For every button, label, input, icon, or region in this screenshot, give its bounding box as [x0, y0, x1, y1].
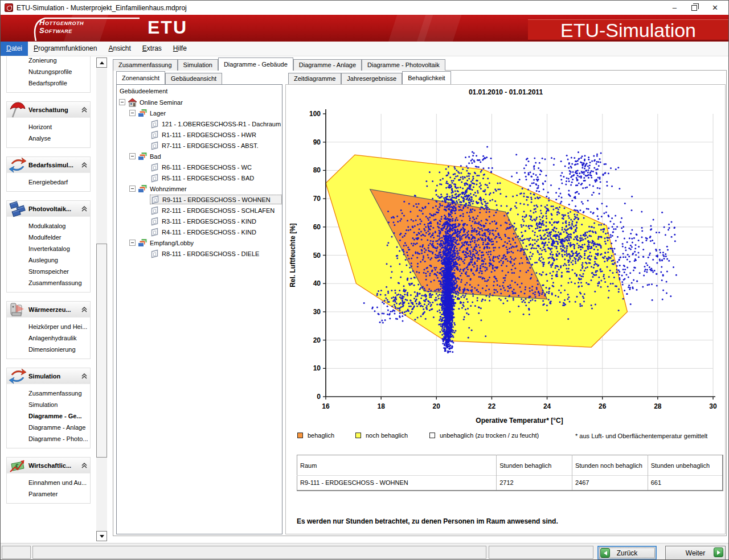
sidebar-item-stromspeicher[interactable]: Stromspeicher — [7, 266, 90, 277]
sidebar-group-header[interactable]: Simulation — [7, 368, 90, 384]
tree-row[interactable]: 121 - 1.OBERGESCHOSS-R1 - Dachraum — [117, 118, 282, 129]
chevron-double-up-icon[interactable] — [81, 462, 88, 470]
menu-item-programmfunktionen[interactable]: Programmfunktionen — [28, 42, 103, 56]
tree-row[interactable]: R2-111 - ERDGESCHOSS - SCHLAFEN — [117, 205, 282, 216]
tree-row[interactable]: R7-111 - ERDGESCHOSS - ABST. — [117, 140, 282, 151]
tree-row[interactable]: R9-111 - ERDGESCHOSS - WOHNEN — [117, 194, 282, 205]
sidebar-item-energiebedarf[interactable]: Energiebedarf — [7, 176, 90, 188]
tree-item-label: R2-111 - ERDGESCHOSS - SCHLAFEN — [162, 207, 275, 214]
close-icon[interactable]: ✕ — [712, 4, 718, 11]
x-tick-label: 28 — [654, 402, 662, 410]
sidebar-item-zusammenfassung[interactable]: Zusammenfassung — [7, 388, 90, 399]
logo-line1: Hottgenroth — [39, 19, 84, 27]
scrollbar-thumb[interactable] — [96, 244, 107, 458]
sidebar-item-heizkörper-und-hei-[interactable]: Heizkörper und Hei... — [7, 321, 90, 332]
tree-row[interactable]: R8-111 - ERDGESCHOSS - DIELE — [117, 248, 282, 259]
tree-collapse-icon[interactable] — [129, 110, 136, 116]
tab-diagramme-gebäude[interactable]: Diagramme - Gebäude — [218, 57, 293, 71]
sidebar-item-nutzungsprofile[interactable]: Nutzungsprofile — [7, 66, 90, 77]
sidebar-group-header[interactable]: Verschattung — [7, 102, 90, 118]
sidebar-group-header[interactable]: €Wirtschaftlic... — [7, 458, 90, 473]
tab-zusammenfassung[interactable]: Zusammenfassung — [113, 59, 178, 71]
sidebar-item-zusammenfassung[interactable]: Zusammenfassung — [7, 277, 90, 289]
tab-zonenansicht[interactable]: Zonenansicht — [116, 71, 165, 84]
table-row: R9-111 - ERDGESCHOSS - WOHNEN 2712 2467 … — [297, 476, 723, 491]
cell-raum: R9-111 - ERDGESCHOSS - WOHNEN — [297, 476, 497, 491]
menu-item-hilfe[interactable]: Hilfe — [167, 42, 193, 56]
sidebar-item-zonierung[interactable]: Zonierung — [7, 56, 90, 66]
sidebar-item-horizont[interactable]: Horizont — [7, 121, 90, 133]
sidebar-item-einnahmen-und-au-[interactable]: Einnahmen und Au... — [7, 477, 90, 488]
menu-item-extras[interactable]: Extras — [137, 42, 167, 56]
tree-collapse-icon[interactable] — [129, 240, 136, 246]
sidebar-group-simulation: SimulationZusammenfassungSimulationDiagr… — [6, 368, 91, 448]
sidebar-scrollbar[interactable] — [96, 57, 107, 541]
sidebar-item-diagramme-anlage[interactable]: Diagramme - Anlage — [7, 422, 90, 433]
menu-item-ansicht[interactable]: Ansicht — [103, 42, 136, 56]
sidebar-item-simulation[interactable]: Simulation — [7, 399, 90, 410]
logo-text: Hottgenroth Software — [39, 19, 84, 34]
chevron-double-up-icon[interactable] — [81, 106, 88, 114]
sidebar-item-parameter[interactable]: Parameter — [7, 488, 90, 500]
main-tab-strip: ZusammenfassungSimulationDiagramme - Geb… — [113, 59, 445, 71]
tree-row[interactable]: Lager — [117, 108, 282, 118]
tree-row[interactable]: Empfang/Lobby — [117, 237, 282, 248]
sidebar-group-header[interactable]: Bedarfssimul... — [7, 157, 90, 173]
y-tick-label: 90 — [313, 138, 321, 146]
sidebar-item-diagramme-ge-[interactable]: Diagramme - Ge... — [7, 410, 90, 422]
tree-row[interactable]: R1-111 - ERDGESCHOSS - HWR — [117, 129, 282, 140]
sidebar-item-modulkatalog[interactable]: Modulkatalog — [7, 220, 90, 232]
tree-row[interactable]: Bad — [117, 151, 282, 162]
legend-checkbox-noch-behaglich[interactable] — [355, 433, 361, 438]
tree-item-label: R7-111 - ERDGESCHOSS - ABST. — [162, 142, 259, 149]
tree-row[interactable]: R3-111 - ERDGESCHOSS - KIND — [117, 216, 282, 227]
tab-diagramme-photovoltaik[interactable]: Diagramme - Photovoltaik — [362, 59, 445, 71]
scroll-up-icon[interactable] — [96, 57, 107, 68]
tree-row[interactable]: R6-111 - ERDGESCHOSS - WC — [117, 162, 282, 172]
y-tick-label: 70 — [313, 195, 321, 203]
next-button[interactable]: Weiter — [665, 546, 726, 560]
tab-behaglichkeit[interactable]: Behaglichkeit — [402, 71, 450, 84]
sidebar-item-anlagenhydraulik[interactable]: Anlagenhydraulik — [7, 332, 90, 344]
chevron-double-up-icon[interactable] — [81, 373, 88, 381]
tree-collapse-icon[interactable] — [119, 99, 125, 105]
status-panel — [32, 546, 486, 559]
sidebar-item-bedarfsprofile[interactable]: Bedarfsprofile — [7, 77, 90, 89]
tab-simulation[interactable]: Simulation — [178, 59, 218, 71]
sidebar-group-header[interactable]: Wärmeerzeu... — [7, 302, 90, 318]
sidebar-item-inverterkatalog[interactable]: Inverterkatalog — [7, 243, 90, 254]
sidebar-item-dimensionierung[interactable]: Dimensionierung — [7, 344, 90, 355]
sidebar-item-auslegung[interactable]: Auslegung — [7, 254, 90, 266]
logo-line2: Software — [39, 27, 84, 35]
sidebar-group-header[interactable]: Photovoltaik... — [7, 201, 90, 217]
scroll-down-icon[interactable] — [96, 531, 107, 541]
tree-row[interactable]: Wohnzimmer — [117, 183, 282, 194]
legend-checkbox-behaglich[interactable] — [297, 433, 303, 438]
tree-row[interactable]: R4-111 - ERDGESCHOSS - KIND — [117, 227, 282, 237]
x-axis-title: Operative Temperatur* [°C] — [476, 417, 563, 425]
legend-checkbox-unbehaglich[interactable] — [429, 433, 435, 438]
tree-collapse-icon[interactable] — [129, 186, 136, 192]
chevron-double-up-icon[interactable] — [81, 205, 88, 213]
tree-row[interactable]: R5-111 - ERDGESCHOSS - BAD — [117, 172, 282, 183]
back-button[interactable]: Zurück — [597, 546, 657, 560]
chevron-double-up-icon[interactable] — [81, 306, 88, 314]
tree-collapse-icon[interactable] — [129, 153, 136, 159]
sidebar-item-modulfelder[interactable]: Modulfelder — [7, 232, 90, 243]
tab-zeitdiagramme[interactable]: Zeitdiagramme — [288, 73, 341, 84]
tab-diagramme-anlage[interactable]: Diagramme - Anlage — [293, 59, 362, 71]
chevron-double-up-icon[interactable] — [81, 162, 88, 170]
comfort-scatter-chart: 01020304050607080901001618202224262830Op… — [286, 97, 726, 431]
sidebar-item-analyse[interactable]: Analyse — [7, 133, 90, 144]
room-icon — [150, 141, 159, 150]
sidebar-item-diagramme-photo-[interactable]: Diagramme - Photo... — [7, 433, 90, 444]
minimize-icon[interactable]: – — [673, 4, 677, 11]
tab-jahresergebnisse[interactable]: Jahresergebnisse — [341, 73, 402, 84]
restore-icon[interactable] — [691, 5, 697, 11]
tree-row[interactable]: Online Seminar — [117, 97, 282, 108]
menu-item-datei[interactable]: Datei — [1, 42, 28, 56]
room-icon — [150, 249, 159, 258]
title-bar: ETU-Simulation - Musterprojekt_Einfamili… — [1, 1, 728, 15]
tab-gebäudeansicht[interactable]: Gebäudeansicht — [165, 73, 222, 84]
sidebar-group-label: Photovoltaik... — [28, 205, 71, 212]
